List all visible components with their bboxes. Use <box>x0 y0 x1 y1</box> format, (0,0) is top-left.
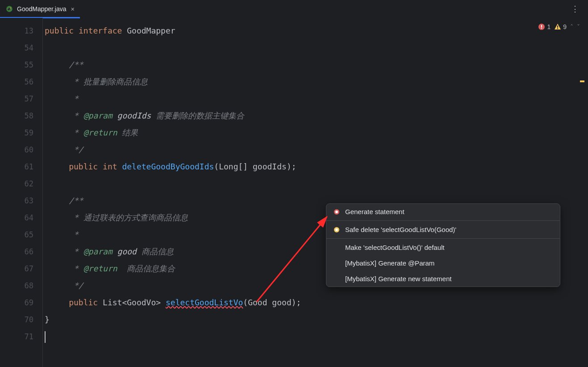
line-number[interactable]: 59 <box>0 124 33 141</box>
close-icon[interactable]: × <box>71 5 75 13</box>
prev-highlight-icon[interactable]: ˄ <box>570 23 573 30</box>
popup-item-label: [MybatisX] Generate new statement <box>345 275 451 283</box>
line-number[interactable]: 70 <box>0 311 33 328</box>
intention-mybatisx-param[interactable]: [MybatisX] Generate @Param <box>326 255 560 271</box>
error-stripe[interactable] <box>580 18 584 367</box>
tab-bar: GoodMapper.java × ⋮ <box>0 0 588 18</box>
line-number[interactable]: 13 <box>0 22 33 39</box>
line-number[interactable]: 69 <box>0 294 33 311</box>
error-badge[interactable]: 1 <box>538 23 550 30</box>
warning-badge[interactable]: 9 <box>554 23 567 30</box>
line-number[interactable]: 67 <box>0 260 33 277</box>
intention-generate-statement[interactable]: Generate statement <box>326 204 560 219</box>
line-number[interactable]: 63 <box>0 192 33 209</box>
gutter: 13 54 55 56 57 58 59 60 61 62 63 64 65 6… <box>0 18 42 367</box>
error-method[interactable]: selectGoodListVo <box>166 298 243 307</box>
text-caret <box>45 331 46 343</box>
line-number[interactable]: 55 <box>0 56 33 73</box>
inspection-hints: 1 9 ˄ ˅ <box>538 23 580 30</box>
svg-rect-6 <box>557 25 558 28</box>
line-number[interactable]: 60 <box>0 141 33 158</box>
intention-mybatisx-new[interactable]: [MybatisX] Generate new statement <box>326 271 560 287</box>
svg-rect-4 <box>541 28 542 29</box>
popup-item-label: Make 'selectGoodListVo()' default <box>345 244 445 251</box>
file-tab[interactable]: GoodMapper.java × <box>0 0 80 18</box>
popup-divider <box>326 238 560 239</box>
line-number[interactable]: 61 <box>0 158 33 175</box>
tab-label: GoodMapper.java <box>17 5 67 13</box>
svg-rect-3 <box>541 25 542 27</box>
line-number[interactable]: 64 <box>0 209 33 226</box>
intention-popup: Generate statement Safe delete 'selectGo… <box>326 203 560 287</box>
code-pane[interactable]: public interface GoodMapper /** * 批量删除商品… <box>42 18 588 367</box>
line-number[interactable]: 58 <box>0 107 33 124</box>
error-icon <box>538 23 545 30</box>
line-number[interactable]: 65 <box>0 226 33 243</box>
bulb-error-icon <box>333 208 341 215</box>
line-number[interactable]: 54 <box>0 39 33 56</box>
kebab-menu-icon[interactable]: ⋮ <box>571 4 579 13</box>
warning-mark[interactable] <box>580 80 584 82</box>
editor-area: 13 54 55 56 57 58 59 60 61 62 63 64 65 6… <box>0 18 588 367</box>
popup-divider <box>326 220 560 221</box>
next-highlight-icon[interactable]: ˅ <box>577 23 580 30</box>
line-number[interactable]: 56 <box>0 73 33 90</box>
line-number[interactable]: 57 <box>0 90 33 107</box>
intention-make-default[interactable]: Make 'selectGoodListVo()' default <box>326 240 560 255</box>
svg-point-1 <box>10 7 11 8</box>
line-number[interactable]: 71 <box>0 328 33 345</box>
line-number[interactable]: 66 <box>0 243 33 260</box>
popup-item-label: Generate statement <box>345 208 405 215</box>
line-number[interactable]: 62 <box>0 175 33 192</box>
bird-icon <box>5 5 13 13</box>
popup-item-label: Safe delete 'selectGoodListVo(Good)' <box>345 226 456 233</box>
line-number[interactable]: 68 <box>0 277 33 294</box>
svg-rect-7 <box>557 28 558 29</box>
warning-icon <box>554 23 561 30</box>
popup-item-label: [MybatisX] Generate @Param <box>345 259 434 267</box>
bulb-icon <box>333 226 341 233</box>
intention-safe-delete[interactable]: Safe delete 'selectGoodListVo(Good)' <box>326 222 560 237</box>
